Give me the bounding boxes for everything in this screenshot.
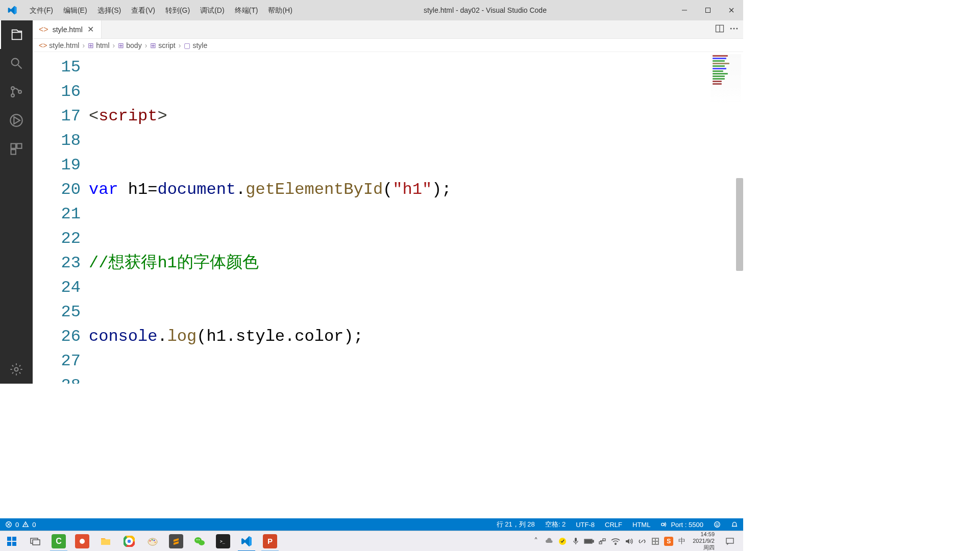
code-content[interactable]: <script> var h1=document.getElementById(… <box>89 52 743 384</box>
html-file-icon: <> <box>39 25 48 34</box>
more-actions-button[interactable] <box>729 23 739 36</box>
window-close-button[interactable] <box>720 0 743 20</box>
tab-style-html[interactable]: <> style.html ✕ <box>33 20 102 38</box>
activity-bar <box>0 20 33 384</box>
svg-point-6 <box>11 87 14 90</box>
vscode-logo-icon <box>0 5 24 15</box>
svg-point-14 <box>15 368 18 371</box>
svg-line-5 <box>18 65 22 69</box>
activity-debug[interactable] <box>0 106 33 135</box>
menu-debug[interactable]: 调试(D) <box>195 0 229 20</box>
crumb-file[interactable]: style.html <box>49 41 79 49</box>
svg-rect-11 <box>11 144 16 148</box>
tab-label: style.html <box>53 26 83 34</box>
html-file-icon: <> <box>39 41 47 49</box>
svg-rect-1 <box>706 8 710 13</box>
activity-explorer[interactable] <box>0 20 33 49</box>
svg-point-4 <box>12 59 19 66</box>
editor-tabs: <> style.html ✕ <box>33 20 743 39</box>
svg-point-18 <box>733 28 735 29</box>
title-bar: 文件(F) 编辑(E) 选择(S) 查看(V) 转到(G) 调试(D) 终端(T… <box>0 0 743 20</box>
symbol-icon: ▢ <box>184 41 190 49</box>
scrollbar-thumb[interactable] <box>736 178 743 271</box>
menu-help[interactable]: 帮助(H) <box>263 0 297 20</box>
menu-terminal[interactable]: 终端(T) <box>230 0 263 20</box>
breadcrumb[interactable]: <>style.html › ⊞html › ⊞body › ⊞script ›… <box>33 39 743 52</box>
split-editor-button[interactable] <box>715 23 725 36</box>
svg-marker-9 <box>14 117 20 124</box>
activity-search[interactable] <box>0 49 33 78</box>
window-minimize-button[interactable] <box>673 0 696 20</box>
menu-select[interactable]: 选择(S) <box>92 0 127 20</box>
chevron-right-icon: › <box>82 41 85 49</box>
activity-extensions[interactable] <box>0 135 33 163</box>
svg-rect-13 <box>11 149 16 154</box>
crumb-style[interactable]: style <box>192 41 207 49</box>
chevron-right-icon: › <box>179 41 181 49</box>
crumb-script[interactable]: script <box>158 41 175 49</box>
activity-source-control[interactable] <box>0 78 33 106</box>
menu-file[interactable]: 文件(F) <box>24 0 58 20</box>
crumb-body[interactable]: body <box>126 41 141 49</box>
window-title: style.html - day02 - Visual Studio Code <box>298 6 673 14</box>
code-editor[interactable]: 15 16 17 18 19 20 21 22 23 24 25 26 27 2… <box>33 52 743 384</box>
menu-view[interactable]: 查看(V) <box>126 0 160 20</box>
menu-bar: 文件(F) 编辑(E) 选择(S) 查看(V) 转到(G) 调试(D) 终端(T… <box>24 0 298 20</box>
chevron-right-icon: › <box>113 41 115 49</box>
menu-goto[interactable]: 转到(G) <box>160 0 195 20</box>
window-maximize-button[interactable] <box>696 0 720 20</box>
svg-point-7 <box>11 94 14 97</box>
svg-rect-12 <box>17 144 21 148</box>
crumb-html[interactable]: html <box>96 41 109 49</box>
symbol-icon: ⊞ <box>88 41 94 49</box>
activity-settings[interactable] <box>0 355 33 384</box>
line-gutter: 15 16 17 18 19 20 21 22 23 24 25 26 27 2… <box>33 52 89 384</box>
symbol-icon: ⊞ <box>150 41 156 49</box>
menu-edit[interactable]: 编辑(E) <box>58 0 92 20</box>
tab-close-button[interactable]: ✕ <box>87 26 95 34</box>
svg-point-17 <box>730 28 732 29</box>
svg-point-19 <box>736 28 738 29</box>
symbol-icon: ⊞ <box>118 41 124 49</box>
scrollbar[interactable] <box>736 52 743 384</box>
chevron-right-icon: › <box>145 41 148 49</box>
